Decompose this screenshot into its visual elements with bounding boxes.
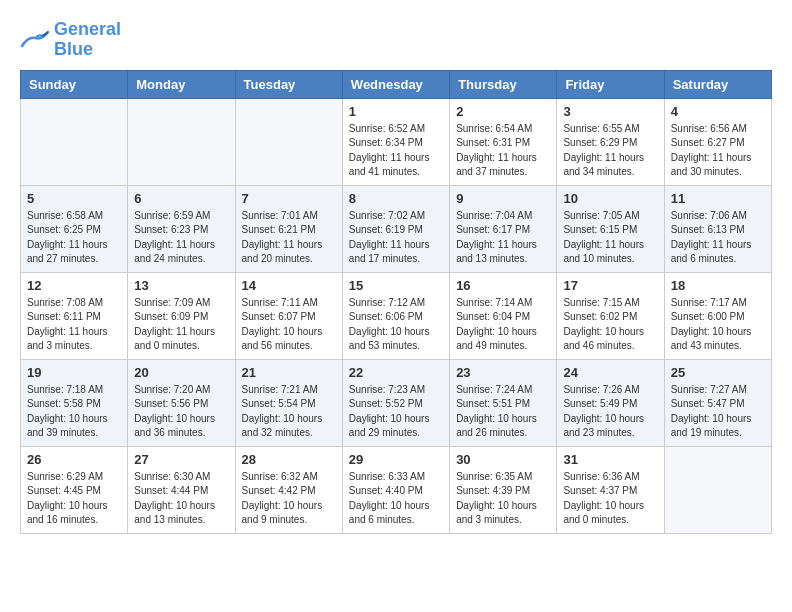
calendar-day-cell: 28Sunrise: 6:32 AM Sunset: 4:42 PM Dayli… — [235, 446, 342, 533]
day-info: Sunrise: 7:04 AM Sunset: 6:17 PM Dayligh… — [456, 209, 550, 267]
calendar-day-cell: 19Sunrise: 7:18 AM Sunset: 5:58 PM Dayli… — [21, 359, 128, 446]
day-info: Sunrise: 7:27 AM Sunset: 5:47 PM Dayligh… — [671, 383, 765, 441]
calendar-day-cell: 6Sunrise: 6:59 AM Sunset: 6:23 PM Daylig… — [128, 185, 235, 272]
calendar-day-cell: 12Sunrise: 7:08 AM Sunset: 6:11 PM Dayli… — [21, 272, 128, 359]
calendar-table: SundayMondayTuesdayWednesdayThursdayFrid… — [20, 70, 772, 534]
calendar-day-cell: 10Sunrise: 7:05 AM Sunset: 6:15 PM Dayli… — [557, 185, 664, 272]
day-number: 8 — [349, 191, 443, 206]
day-info: Sunrise: 6:35 AM Sunset: 4:39 PM Dayligh… — [456, 470, 550, 528]
day-number: 16 — [456, 278, 550, 293]
calendar-day-cell: 31Sunrise: 6:36 AM Sunset: 4:37 PM Dayli… — [557, 446, 664, 533]
day-info: Sunrise: 7:18 AM Sunset: 5:58 PM Dayligh… — [27, 383, 121, 441]
day-number: 31 — [563, 452, 657, 467]
day-number: 17 — [563, 278, 657, 293]
day-number: 7 — [242, 191, 336, 206]
day-info: Sunrise: 6:36 AM Sunset: 4:37 PM Dayligh… — [563, 470, 657, 528]
day-number: 28 — [242, 452, 336, 467]
logo: General Blue — [20, 20, 121, 60]
day-number: 5 — [27, 191, 121, 206]
weekday-header-cell: Sunday — [21, 70, 128, 98]
day-info: Sunrise: 7:26 AM Sunset: 5:49 PM Dayligh… — [563, 383, 657, 441]
day-number: 12 — [27, 278, 121, 293]
day-info: Sunrise: 7:02 AM Sunset: 6:19 PM Dayligh… — [349, 209, 443, 267]
logo-text: General Blue — [54, 20, 121, 60]
day-number: 10 — [563, 191, 657, 206]
day-info: Sunrise: 7:23 AM Sunset: 5:52 PM Dayligh… — [349, 383, 443, 441]
calendar-body: 1Sunrise: 6:52 AM Sunset: 6:34 PM Daylig… — [21, 98, 772, 533]
calendar-week-row: 12Sunrise: 7:08 AM Sunset: 6:11 PM Dayli… — [21, 272, 772, 359]
calendar-day-cell: 30Sunrise: 6:35 AM Sunset: 4:39 PM Dayli… — [450, 446, 557, 533]
day-info: Sunrise: 7:08 AM Sunset: 6:11 PM Dayligh… — [27, 296, 121, 354]
calendar-day-cell: 26Sunrise: 6:29 AM Sunset: 4:45 PM Dayli… — [21, 446, 128, 533]
day-number: 2 — [456, 104, 550, 119]
day-info: Sunrise: 7:15 AM Sunset: 6:02 PM Dayligh… — [563, 296, 657, 354]
day-info: Sunrise: 7:17 AM Sunset: 6:00 PM Dayligh… — [671, 296, 765, 354]
calendar-day-cell: 22Sunrise: 7:23 AM Sunset: 5:52 PM Dayli… — [342, 359, 449, 446]
day-number: 3 — [563, 104, 657, 119]
calendar-day-cell — [235, 98, 342, 185]
day-info: Sunrise: 7:01 AM Sunset: 6:21 PM Dayligh… — [242, 209, 336, 267]
day-number: 26 — [27, 452, 121, 467]
calendar-day-cell: 24Sunrise: 7:26 AM Sunset: 5:49 PM Dayli… — [557, 359, 664, 446]
weekday-header-cell: Tuesday — [235, 70, 342, 98]
day-number: 15 — [349, 278, 443, 293]
day-info: Sunrise: 6:30 AM Sunset: 4:44 PM Dayligh… — [134, 470, 228, 528]
weekday-header-cell: Thursday — [450, 70, 557, 98]
day-number: 29 — [349, 452, 443, 467]
logo-icon — [20, 28, 50, 52]
day-info: Sunrise: 7:11 AM Sunset: 6:07 PM Dayligh… — [242, 296, 336, 354]
day-info: Sunrise: 6:59 AM Sunset: 6:23 PM Dayligh… — [134, 209, 228, 267]
day-info: Sunrise: 7:21 AM Sunset: 5:54 PM Dayligh… — [242, 383, 336, 441]
calendar-day-cell: 25Sunrise: 7:27 AM Sunset: 5:47 PM Dayli… — [664, 359, 771, 446]
calendar-day-cell: 23Sunrise: 7:24 AM Sunset: 5:51 PM Dayli… — [450, 359, 557, 446]
calendar-day-cell: 14Sunrise: 7:11 AM Sunset: 6:07 PM Dayli… — [235, 272, 342, 359]
day-number: 6 — [134, 191, 228, 206]
calendar-day-cell: 5Sunrise: 6:58 AM Sunset: 6:25 PM Daylig… — [21, 185, 128, 272]
calendar-day-cell: 9Sunrise: 7:04 AM Sunset: 6:17 PM Daylig… — [450, 185, 557, 272]
calendar-day-cell — [664, 446, 771, 533]
calendar-day-cell: 8Sunrise: 7:02 AM Sunset: 6:19 PM Daylig… — [342, 185, 449, 272]
calendar-day-cell — [21, 98, 128, 185]
calendar-day-cell: 4Sunrise: 6:56 AM Sunset: 6:27 PM Daylig… — [664, 98, 771, 185]
calendar-day-cell: 15Sunrise: 7:12 AM Sunset: 6:06 PM Dayli… — [342, 272, 449, 359]
calendar-day-cell: 27Sunrise: 6:30 AM Sunset: 4:44 PM Dayli… — [128, 446, 235, 533]
day-number: 11 — [671, 191, 765, 206]
calendar-day-cell: 29Sunrise: 6:33 AM Sunset: 4:40 PM Dayli… — [342, 446, 449, 533]
calendar-week-row: 1Sunrise: 6:52 AM Sunset: 6:34 PM Daylig… — [21, 98, 772, 185]
day-number: 27 — [134, 452, 228, 467]
calendar-week-row: 26Sunrise: 6:29 AM Sunset: 4:45 PM Dayli… — [21, 446, 772, 533]
day-number: 23 — [456, 365, 550, 380]
day-info: Sunrise: 6:29 AM Sunset: 4:45 PM Dayligh… — [27, 470, 121, 528]
calendar-day-cell: 1Sunrise: 6:52 AM Sunset: 6:34 PM Daylig… — [342, 98, 449, 185]
calendar-day-cell: 11Sunrise: 7:06 AM Sunset: 6:13 PM Dayli… — [664, 185, 771, 272]
day-info: Sunrise: 6:33 AM Sunset: 4:40 PM Dayligh… — [349, 470, 443, 528]
calendar-day-cell — [128, 98, 235, 185]
day-info: Sunrise: 6:56 AM Sunset: 6:27 PM Dayligh… — [671, 122, 765, 180]
day-info: Sunrise: 7:09 AM Sunset: 6:09 PM Dayligh… — [134, 296, 228, 354]
day-number: 19 — [27, 365, 121, 380]
calendar-day-cell: 21Sunrise: 7:21 AM Sunset: 5:54 PM Dayli… — [235, 359, 342, 446]
day-number: 25 — [671, 365, 765, 380]
page-header: General Blue — [20, 20, 772, 60]
day-number: 22 — [349, 365, 443, 380]
calendar-day-cell: 7Sunrise: 7:01 AM Sunset: 6:21 PM Daylig… — [235, 185, 342, 272]
day-number: 24 — [563, 365, 657, 380]
day-info: Sunrise: 7:20 AM Sunset: 5:56 PM Dayligh… — [134, 383, 228, 441]
weekday-header-cell: Saturday — [664, 70, 771, 98]
day-number: 4 — [671, 104, 765, 119]
day-info: Sunrise: 6:52 AM Sunset: 6:34 PM Dayligh… — [349, 122, 443, 180]
day-info: Sunrise: 7:12 AM Sunset: 6:06 PM Dayligh… — [349, 296, 443, 354]
day-info: Sunrise: 7:06 AM Sunset: 6:13 PM Dayligh… — [671, 209, 765, 267]
day-number: 9 — [456, 191, 550, 206]
day-info: Sunrise: 7:05 AM Sunset: 6:15 PM Dayligh… — [563, 209, 657, 267]
day-info: Sunrise: 6:58 AM Sunset: 6:25 PM Dayligh… — [27, 209, 121, 267]
calendar-day-cell: 2Sunrise: 6:54 AM Sunset: 6:31 PM Daylig… — [450, 98, 557, 185]
day-number: 30 — [456, 452, 550, 467]
day-info: Sunrise: 6:55 AM Sunset: 6:29 PM Dayligh… — [563, 122, 657, 180]
calendar-day-cell: 3Sunrise: 6:55 AM Sunset: 6:29 PM Daylig… — [557, 98, 664, 185]
day-info: Sunrise: 7:24 AM Sunset: 5:51 PM Dayligh… — [456, 383, 550, 441]
calendar-day-cell: 13Sunrise: 7:09 AM Sunset: 6:09 PM Dayli… — [128, 272, 235, 359]
day-number: 21 — [242, 365, 336, 380]
day-number: 13 — [134, 278, 228, 293]
day-number: 1 — [349, 104, 443, 119]
